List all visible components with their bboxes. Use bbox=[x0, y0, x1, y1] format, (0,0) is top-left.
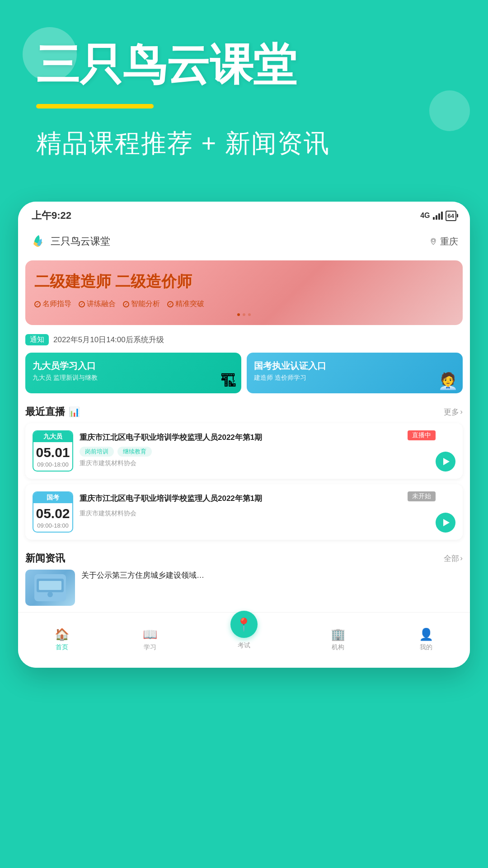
notice-tag: 通知 bbox=[25, 334, 49, 345]
promo-subtitle: 精品课程推荐 + 新闻资讯 bbox=[36, 127, 461, 161]
live-title-1: 重庆市江北区电子职业培训学校监理人员2022年第1期 bbox=[80, 432, 455, 443]
nav-label-study: 学习 bbox=[144, 643, 156, 651]
live-info-2: 未开始 重庆市江北区电子职业培训学校监理人员2022年第1期 重庆市建筑材料协会 bbox=[80, 491, 455, 518]
title-underline bbox=[36, 104, 154, 108]
live-more-link[interactable]: 更多 › bbox=[444, 407, 463, 417]
live-org-2: 重庆市建筑材料协会 bbox=[80, 509, 455, 518]
nav-label-exam: 考试 bbox=[238, 642, 250, 650]
svg-point-0 bbox=[432, 239, 435, 242]
nav-item-study[interactable]: 📖 学习 bbox=[143, 627, 157, 651]
promo-banner[interactable]: 二级建造师 二级造价师 ✓ 名师指导 ✓ 讲练融合 ✓ 智能分析 ✓ 精准突破 bbox=[25, 260, 463, 325]
app-logo: 三只鸟云课堂 bbox=[30, 233, 110, 250]
banner-feature-2: ✓ 讲练融合 bbox=[79, 299, 116, 309]
dot-3 bbox=[248, 313, 251, 316]
news-thumb-inner-1 bbox=[25, 570, 75, 606]
svg-point-4 bbox=[47, 592, 53, 597]
news-thumb-image bbox=[34, 574, 66, 601]
status-bar: 上午9:22 4G 64 bbox=[18, 202, 470, 227]
signal-bar-2 bbox=[436, 215, 437, 220]
live-chart-icon: 📊 bbox=[69, 406, 80, 417]
news-section: 新闻资讯 全部 › 关于公示第三方住房城乡建设领域… bbox=[18, 545, 470, 612]
live-status-badge-1: 直播中 bbox=[408, 430, 436, 440]
play-triangle-2 bbox=[443, 519, 450, 526]
live-info-1: 直播中 重庆市江北区电子职业培训学校监理人员2022年第1期 岗前培训 继续教育… bbox=[80, 430, 455, 467]
dot-2 bbox=[243, 313, 245, 316]
notice-text: 2022年5月10日14:00后系统升级 bbox=[53, 335, 164, 345]
news-all-link[interactable]: 全部 › bbox=[444, 553, 463, 564]
live-date-tag-2: 国考 bbox=[33, 492, 72, 503]
live-date-number-1: 05.01 bbox=[33, 442, 72, 461]
logo-text: 三只鸟云课堂 bbox=[51, 235, 110, 248]
nav-item-home[interactable]: 🏠 首页 bbox=[55, 627, 69, 651]
live-section-title: 最近直播 📊 bbox=[25, 405, 80, 419]
location-badge[interactable]: 重庆 bbox=[429, 236, 458, 248]
entry-figure-nine: 🏗 bbox=[221, 372, 237, 391]
signal-bar-3 bbox=[438, 213, 440, 220]
signal-bar-4 bbox=[441, 212, 443, 220]
entry-card-nine[interactable]: 九大员学习入口 九大员 监理新训与继教 🏗 bbox=[25, 353, 241, 393]
play-triangle-1 bbox=[443, 458, 450, 465]
live-date-box-1: 九大员 05.01 09:00-18:00 bbox=[33, 430, 73, 472]
live-card-2[interactable]: 国考 05.02 09:00-18:00 未开始 重庆市江北区电子职业培训学校监… bbox=[25, 484, 463, 540]
news-article-title-1: 关于公示第三方住房城乡建设领域… bbox=[81, 570, 463, 581]
news-thumbnail-1 bbox=[25, 570, 75, 606]
entry-card-national[interactable]: 国考执业认证入口 建造师 造价师学习 🧑‍💼 bbox=[247, 353, 463, 393]
network-label: 4G bbox=[420, 212, 430, 220]
battery-icon: 64 bbox=[446, 211, 456, 221]
org-icon: 🏢 bbox=[331, 627, 345, 642]
dot-1 bbox=[237, 313, 240, 316]
promo-title: 三只鸟云课堂 bbox=[36, 36, 461, 95]
nav-item-exam[interactable]: 📍 考试 bbox=[230, 611, 258, 650]
svg-rect-3 bbox=[39, 581, 61, 590]
bottom-nav: 🏠 首页 📖 学习 📍 考试 🏢 机构 👤 我的 bbox=[18, 612, 470, 668]
banner-feature-3: ✓ 智能分析 bbox=[123, 299, 160, 309]
notice-bar: 通知 2022年5月10日14:00后系统升级 bbox=[18, 330, 470, 350]
exam-circle: 📍 bbox=[230, 611, 258, 638]
live-org-1: 重庆市建筑材料协会 bbox=[80, 459, 455, 467]
live-card-1[interactable]: 九大员 05.01 09:00-18:00 直播中 重庆市江北区电子职业培训学校… bbox=[25, 423, 463, 479]
live-section-header: 最近直播 📊 更多 › bbox=[18, 399, 470, 423]
live-tag-1-1: 岗前培训 bbox=[80, 447, 114, 457]
promo-section: 三只鸟云课堂 精品课程推荐 + 新闻资讯 bbox=[0, 0, 488, 188]
deco-circle-right bbox=[429, 90, 470, 131]
status-icons: 4G 64 bbox=[420, 211, 456, 221]
entry-title-national: 国考执业认证入口 bbox=[254, 360, 455, 372]
home-icon: 🏠 bbox=[55, 627, 69, 642]
news-card-1[interactable]: 关于公示第三方住房城乡建设领域… bbox=[25, 570, 463, 612]
live-date-box-2: 国考 05.02 09:00-18:00 bbox=[33, 491, 73, 533]
nav-item-profile[interactable]: 👤 我的 bbox=[419, 627, 433, 651]
live-date-number-2: 05.02 bbox=[33, 503, 72, 522]
signal-icon bbox=[433, 212, 443, 220]
banner-dots bbox=[34, 313, 454, 316]
check-icon-4: ✓ bbox=[167, 301, 174, 307]
live-date-tag-1: 九大员 bbox=[33, 431, 72, 442]
banner-features: ✓ 名师指导 ✓ 讲练融合 ✓ 智能分析 ✓ 精准突破 bbox=[34, 299, 454, 309]
banner-title: 二级建造师 二级造价师 bbox=[34, 271, 454, 292]
location-text: 重庆 bbox=[440, 236, 458, 248]
entry-cards-row: 九大员学习入口 九大员 监理新训与继教 🏗 国考执业认证入口 建造师 造价师学习… bbox=[18, 350, 470, 399]
entry-subtitle-nine: 九大员 监理新训与继教 bbox=[33, 374, 234, 382]
news-section-title: 新闻资讯 bbox=[25, 552, 65, 565]
study-icon: 📖 bbox=[143, 627, 157, 642]
check-icon-2: ✓ bbox=[79, 301, 85, 307]
live-date-time-2: 09:00-18:00 bbox=[33, 522, 72, 532]
entry-subtitle-national: 建造师 造价师学习 bbox=[254, 374, 455, 382]
news-header: 新闻资讯 全部 › bbox=[25, 545, 463, 570]
live-date-time-1: 09:00-18:00 bbox=[33, 461, 72, 471]
live-status-badge-2: 未开始 bbox=[408, 491, 436, 501]
signal-bar-1 bbox=[433, 217, 435, 220]
live-tag-1-2: 继续教育 bbox=[117, 447, 152, 457]
location-pin-icon bbox=[429, 237, 437, 245]
play-button-1[interactable] bbox=[436, 452, 455, 472]
nav-label-org: 机构 bbox=[332, 643, 344, 651]
news-content-1: 关于公示第三方住房城乡建设领域… bbox=[81, 570, 463, 581]
nav-label-home: 首页 bbox=[56, 643, 68, 651]
app-header: 三只鸟云课堂 重庆 bbox=[18, 227, 470, 256]
entry-figure-national: 🧑‍💼 bbox=[438, 372, 458, 391]
logo-icon bbox=[30, 233, 46, 250]
nav-item-org[interactable]: 🏢 机构 bbox=[331, 627, 345, 651]
banner-feature-4: ✓ 精准突破 bbox=[167, 299, 204, 309]
profile-icon: 👤 bbox=[419, 627, 433, 642]
banner-feature-1: ✓ 名师指导 bbox=[34, 299, 71, 309]
play-button-2[interactable] bbox=[436, 513, 455, 533]
